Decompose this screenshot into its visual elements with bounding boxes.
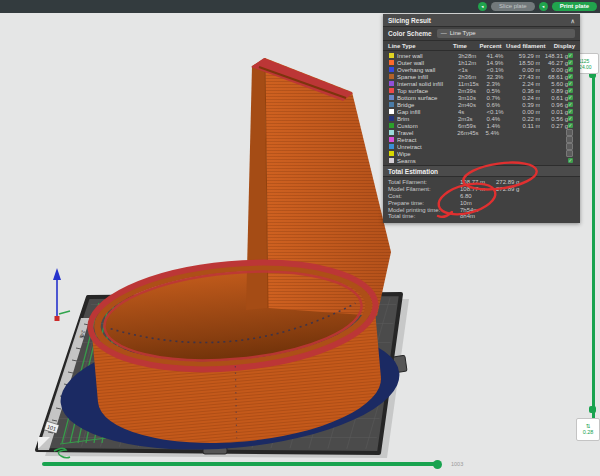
scheme-value: Line Type (450, 29, 476, 38)
display-checkbox[interactable] (566, 129, 573, 136)
percent-value: 32.3% (486, 74, 515, 80)
line-type-label: Gap infill (397, 109, 458, 115)
display-checkbox[interactable] (566, 150, 573, 157)
time-value: 11m15s (458, 81, 487, 87)
line-type-color-swatch (389, 60, 394, 65)
line-type-label: Brim (397, 116, 458, 122)
percent-value: 41.4% (486, 53, 515, 59)
time-value: 2m3s (458, 116, 487, 122)
filament-length-value: 0.22 m (515, 116, 541, 122)
line-type-color-swatch (389, 137, 394, 142)
line-type-label: Overhang wall (397, 67, 458, 73)
slicing-result-panel: Slicing Result ∧ Color Scheme — Line Typ… (383, 14, 580, 223)
display-checkbox[interactable] (568, 158, 573, 163)
print-plate-button[interactable]: Print plate (552, 2, 597, 12)
time-value: <1s (458, 67, 487, 73)
percent-value: 0.7% (486, 95, 515, 101)
filament-weight-value: 46.27 g (540, 60, 568, 66)
table-row: Wipe (388, 150, 575, 157)
estimation-label: Cost: (388, 193, 460, 199)
layer-slider-track[interactable] (592, 75, 595, 428)
layer-bottom-box[interactable]: ⇅ 0.28 (576, 418, 600, 441)
estimation-value-2: 272.89 g (496, 186, 540, 192)
line-type-color-swatch (389, 67, 394, 72)
filament-weight-value: 0.01 g (540, 109, 568, 115)
estimation-label: Total time: (388, 213, 460, 219)
layer-slider-bottom-handle[interactable] (589, 406, 596, 413)
estimation-value-2: 272.89 g (496, 179, 540, 185)
display-checkbox[interactable] (568, 53, 573, 58)
line-type-label: Top surface (397, 88, 458, 94)
filament-weight-value: 0.27 g (540, 123, 568, 129)
display-checkbox[interactable] (568, 74, 573, 79)
total-estimation-row: Model printing time: 7h54m (388, 206, 575, 213)
filament-weight-value: 5.60 g (540, 81, 568, 87)
filament-weight-value: 0.96 g (540, 102, 568, 108)
filament-weight-value: 0.61 g (540, 95, 568, 101)
color-scheme-dropdown[interactable]: — Line Type (437, 29, 575, 38)
table-row: Custom 6m59s 1.4% 0.11 m 0.27 g (388, 122, 575, 129)
line-type-label: Bridge (397, 102, 458, 108)
filament-length-value: 0.00 m (515, 109, 541, 115)
display-checkbox[interactable] (568, 102, 573, 107)
slice-plate-menu-icon[interactable]: ◂ (478, 2, 487, 11)
table-row: Internal solid infill 11m15s 2.3% 2.24 m… (388, 80, 575, 87)
display-checkbox[interactable] (568, 109, 573, 114)
display-checkbox[interactable] (568, 123, 573, 128)
filament-length-value: 59.29 m (515, 53, 541, 59)
line-type-color-swatch (389, 53, 394, 58)
line-type-color-swatch (389, 123, 394, 128)
top-toolbar: ◂ Slice plate ◂ Print plate (0, 0, 600, 13)
table-row: Outer wall 1h12m 14.9% 18.50 m 46.27 g (388, 59, 575, 66)
table-row: Unretract (388, 143, 575, 150)
total-estimation-header: Total Estimation (383, 165, 580, 177)
scheme-dash-icon: — (441, 29, 447, 38)
collapse-icon[interactable]: ∧ (571, 17, 575, 24)
estimation-value-1: 108.77 m (460, 179, 496, 185)
estimation-label: Model Filament: (388, 186, 460, 192)
slice-plate-button[interactable]: Slice plate (491, 2, 535, 12)
step-slider-handle[interactable] (433, 460, 442, 469)
display-checkbox[interactable] (568, 88, 573, 93)
line-type-color-swatch (389, 81, 394, 86)
estimation-value-1: 8h4m (460, 213, 496, 219)
step-slider-track[interactable] (42, 462, 440, 466)
time-value: 3m10s (458, 95, 487, 101)
layer-bottom-value: 0.28 (583, 429, 594, 436)
display-checkbox[interactable] (566, 136, 573, 143)
filament-weight-value: 148.31 g (540, 53, 568, 59)
estimation-value-1: 6.80 (460, 193, 496, 199)
table-row: Overhang wall <1s <0.1% 0.00 m 0.00 g (388, 66, 575, 73)
line-type-label: Travel (397, 130, 457, 136)
filament-length-value: 27.43 m (515, 74, 541, 80)
display-checkbox[interactable] (568, 95, 573, 100)
display-checkbox[interactable] (568, 67, 573, 72)
filament-weight-value: 68.61 g (540, 74, 568, 80)
table-row: Bridge 2m40s 0.6% 0.39 m 0.96 g (388, 101, 575, 108)
display-checkbox[interactable] (568, 116, 573, 121)
filament-length-value: 0.00 m (515, 67, 541, 73)
line-type-label: Inner wall (397, 53, 458, 59)
line-type-color-swatch (389, 95, 394, 100)
estimation-value-1: 108.77 m (460, 186, 496, 192)
line-type-label: Outer wall (397, 60, 458, 66)
origin-marker (55, 316, 60, 321)
line-type-label: Retract (397, 137, 457, 143)
print-plate-menu-icon[interactable]: ◂ (539, 2, 548, 11)
display-checkbox[interactable] (568, 81, 573, 86)
panel-title: Slicing Result (388, 17, 431, 24)
line-type-color-swatch (389, 74, 394, 79)
table-row: Brim 2m3s 0.4% 0.22 m 0.56 g (388, 115, 575, 122)
line-type-label: Bottom surface (397, 95, 458, 101)
time-value: 3h28m (458, 53, 487, 59)
estimation-label: Total Filament: (388, 179, 460, 185)
percent-value: 5.4% (485, 130, 513, 136)
filament-weight-value: 0.00 g (540, 67, 568, 73)
percent-value: <0.1% (486, 67, 515, 73)
filament-length-value: 18.50 m (515, 60, 541, 66)
display-checkbox[interactable] (566, 143, 573, 150)
table-row: Top surface 2m39s 0.5% 0.36 m 0.89 g (388, 87, 575, 94)
table-row: Sparse infill 2h36m 32.3% 27.43 m 68.61 … (388, 73, 575, 80)
display-checkbox[interactable] (568, 60, 573, 65)
line-type-color-swatch (389, 130, 394, 135)
